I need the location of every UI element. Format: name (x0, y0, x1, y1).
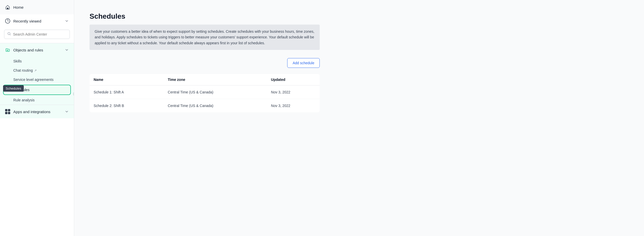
sidebar-item-chat-routing[interactable]: Chat routing ↗ (0, 66, 74, 75)
chevron-down-icon (65, 19, 69, 23)
clock-icon (5, 18, 10, 24)
svg-rect-0 (7, 8, 8, 9)
add-schedule-button[interactable]: Add schedule (287, 58, 320, 68)
home-label: Home (13, 5, 24, 9)
apps-integrations-section: Apps and integrations (0, 105, 74, 118)
search-box[interactable] (4, 30, 70, 39)
objects-rules-label: Objects and rules (13, 48, 43, 52)
cell-updated: Nov 3, 2022 (267, 85, 320, 99)
sidebar-item-skills[interactable]: Skills (0, 57, 74, 66)
schedules-table: Name Time zone Updated Schedule 1: Shift… (90, 74, 320, 112)
main-content: Schedules Give your customers a better i… (74, 0, 644, 236)
col-updated: Updated (267, 74, 320, 85)
apps-icon (5, 109, 10, 114)
cell-updated: Nov 3, 2022 (267, 99, 320, 113)
recently-viewed-label: Recently viewed (13, 19, 41, 23)
skills-label: Skills (13, 59, 22, 63)
objects-chevron-icon (65, 48, 69, 52)
table-header-row: Name Time zone Updated (90, 74, 320, 85)
sidebar: Home Recently viewed (0, 0, 74, 236)
cell-timezone: Central Time (US & Canada) (164, 99, 267, 113)
toolbar: Add schedule (90, 58, 320, 68)
col-timezone: Time zone (164, 74, 267, 85)
objects-rules-icon (5, 47, 10, 52)
home-icon (5, 5, 10, 10)
cell-timezone: Central Time (US & Canada) (164, 85, 267, 99)
sidebar-objects-rules-header[interactable]: Objects and rules (0, 43, 74, 57)
rule-analysis-label: Rule analysis (13, 98, 35, 102)
cell-name: Schedule 1: Shift A (90, 85, 164, 99)
cell-name: Schedule 2: Shift B (90, 99, 164, 113)
page-title: Schedules (90, 12, 629, 20)
apps-integrations-label: Apps and integrations (13, 110, 50, 114)
col-name: Name (90, 74, 164, 85)
page-description: Give your customers a better idea of whe… (90, 25, 320, 50)
sidebar-recently-viewed[interactable]: Recently viewed (0, 14, 74, 28)
table-row[interactable]: Schedule 1: Shift A Central Time (US & C… (90, 85, 320, 99)
external-link-icon: ↗ (34, 69, 37, 72)
search-input[interactable] (13, 32, 66, 36)
sidebar-item-home[interactable]: Home (0, 0, 74, 14)
sidebar-item-service-level[interactable]: Service level agreements (0, 75, 74, 84)
objects-rules-section: Objects and rules Skills Chat routing ↗ … (0, 43, 74, 105)
search-icon (7, 32, 11, 37)
apps-chevron-icon (65, 110, 69, 114)
chat-routing-label: Chat routing (13, 68, 33, 72)
schedules-tooltip: Schedules (3, 85, 24, 92)
table-row[interactable]: Schedule 2: Shift B Central Time (US & C… (90, 99, 320, 113)
service-level-label: Service level agreements (13, 78, 53, 82)
sidebar-apps-integrations-header[interactable]: Apps and integrations (0, 105, 74, 118)
sidebar-item-rule-analysis[interactable]: Rule analysis (0, 95, 74, 105)
